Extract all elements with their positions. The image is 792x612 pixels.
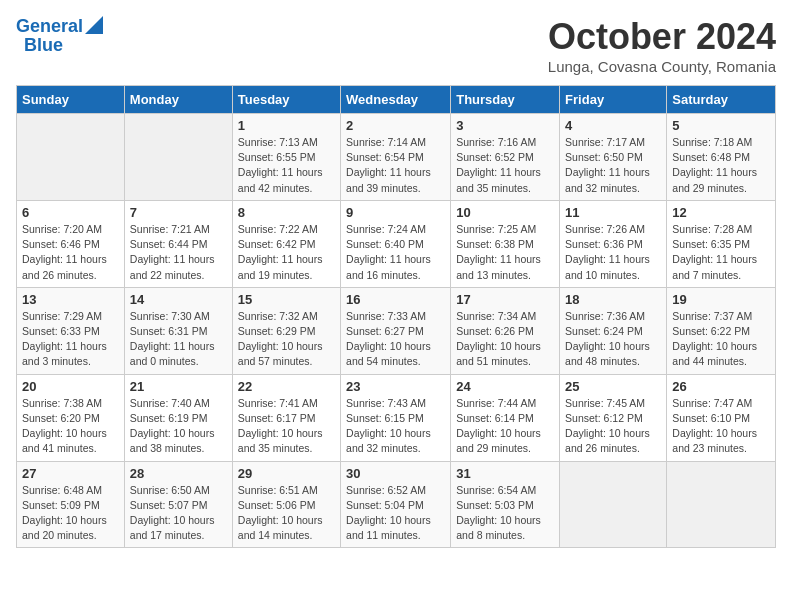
calendar-cell: 8 Sunrise: 7:22 AM Sunset: 6:42 PM Dayli…	[232, 200, 340, 287]
daylight-label: Daylight: 11 hours and 42 minutes.	[238, 166, 323, 193]
sunrise-label: Sunrise: 7:13 AM	[238, 136, 318, 148]
calendar-cell: 21 Sunrise: 7:40 AM Sunset: 6:19 PM Dayl…	[124, 374, 232, 461]
sunrise-label: Sunrise: 7:41 AM	[238, 397, 318, 409]
day-info: Sunrise: 7:41 AM Sunset: 6:17 PM Dayligh…	[238, 396, 335, 457]
day-info: Sunrise: 7:43 AM Sunset: 6:15 PM Dayligh…	[346, 396, 445, 457]
sunrise-label: Sunrise: 6:52 AM	[346, 484, 426, 496]
sunset-label: Sunset: 6:40 PM	[346, 238, 424, 250]
daylight-label: Daylight: 10 hours and 17 minutes.	[130, 514, 215, 541]
day-info: Sunrise: 6:50 AM Sunset: 5:07 PM Dayligh…	[130, 483, 227, 544]
day-info: Sunrise: 7:13 AM Sunset: 6:55 PM Dayligh…	[238, 135, 335, 196]
month-title: October 2024	[548, 16, 776, 58]
sunset-label: Sunset: 6:38 PM	[456, 238, 534, 250]
calendar-cell: 5 Sunrise: 7:18 AM Sunset: 6:48 PM Dayli…	[667, 114, 776, 201]
day-number: 16	[346, 292, 445, 307]
sunset-label: Sunset: 6:19 PM	[130, 412, 208, 424]
day-number: 18	[565, 292, 661, 307]
daylight-label: Daylight: 11 hours and 16 minutes.	[346, 253, 431, 280]
day-info: Sunrise: 7:16 AM Sunset: 6:52 PM Dayligh…	[456, 135, 554, 196]
weekday-header-wednesday: Wednesday	[341, 86, 451, 114]
logo-blue-text: Blue	[24, 35, 63, 56]
sunset-label: Sunset: 6:50 PM	[565, 151, 643, 163]
day-info: Sunrise: 7:21 AM Sunset: 6:44 PM Dayligh…	[130, 222, 227, 283]
day-number: 27	[22, 466, 119, 481]
logo: General Blue	[16, 16, 103, 56]
calendar-cell	[667, 461, 776, 548]
calendar-cell: 30 Sunrise: 6:52 AM Sunset: 5:04 PM Dayl…	[341, 461, 451, 548]
daylight-label: Daylight: 11 hours and 19 minutes.	[238, 253, 323, 280]
daylight-label: Daylight: 10 hours and 41 minutes.	[22, 427, 107, 454]
daylight-label: Daylight: 10 hours and 38 minutes.	[130, 427, 215, 454]
calendar-cell: 12 Sunrise: 7:28 AM Sunset: 6:35 PM Dayl…	[667, 200, 776, 287]
day-number: 3	[456, 118, 554, 133]
daylight-label: Daylight: 10 hours and 51 minutes.	[456, 340, 541, 367]
daylight-label: Daylight: 10 hours and 44 minutes.	[672, 340, 757, 367]
sunset-label: Sunset: 6:54 PM	[346, 151, 424, 163]
day-number: 24	[456, 379, 554, 394]
calendar-cell: 29 Sunrise: 6:51 AM Sunset: 5:06 PM Dayl…	[232, 461, 340, 548]
day-number: 22	[238, 379, 335, 394]
sunrise-label: Sunrise: 7:45 AM	[565, 397, 645, 409]
sunrise-label: Sunrise: 7:14 AM	[346, 136, 426, 148]
day-info: Sunrise: 6:54 AM Sunset: 5:03 PM Dayligh…	[456, 483, 554, 544]
daylight-label: Daylight: 10 hours and 54 minutes.	[346, 340, 431, 367]
day-number: 29	[238, 466, 335, 481]
sunset-label: Sunset: 6:10 PM	[672, 412, 750, 424]
logo-arrow-icon	[85, 16, 103, 34]
daylight-label: Daylight: 11 hours and 10 minutes.	[565, 253, 650, 280]
sunset-label: Sunset: 5:04 PM	[346, 499, 424, 511]
title-section: October 2024 Lunga, Covasna County, Roma…	[548, 16, 776, 75]
logo-text: General	[16, 16, 83, 37]
sunset-label: Sunset: 6:33 PM	[22, 325, 100, 337]
day-info: Sunrise: 7:14 AM Sunset: 6:54 PM Dayligh…	[346, 135, 445, 196]
calendar-cell: 17 Sunrise: 7:34 AM Sunset: 6:26 PM Dayl…	[451, 287, 560, 374]
day-info: Sunrise: 7:34 AM Sunset: 6:26 PM Dayligh…	[456, 309, 554, 370]
calendar-cell: 20 Sunrise: 7:38 AM Sunset: 6:20 PM Dayl…	[17, 374, 125, 461]
day-info: Sunrise: 7:45 AM Sunset: 6:12 PM Dayligh…	[565, 396, 661, 457]
weekday-header-friday: Friday	[560, 86, 667, 114]
weekday-header-saturday: Saturday	[667, 86, 776, 114]
daylight-label: Daylight: 10 hours and 8 minutes.	[456, 514, 541, 541]
sunrise-label: Sunrise: 7:30 AM	[130, 310, 210, 322]
daylight-label: Daylight: 11 hours and 29 minutes.	[672, 166, 757, 193]
sunset-label: Sunset: 6:42 PM	[238, 238, 316, 250]
day-info: Sunrise: 7:17 AM Sunset: 6:50 PM Dayligh…	[565, 135, 661, 196]
day-number: 1	[238, 118, 335, 133]
daylight-label: Daylight: 11 hours and 32 minutes.	[565, 166, 650, 193]
sunset-label: Sunset: 6:44 PM	[130, 238, 208, 250]
calendar-week-row: 6 Sunrise: 7:20 AM Sunset: 6:46 PM Dayli…	[17, 200, 776, 287]
calendar-cell: 7 Sunrise: 7:21 AM Sunset: 6:44 PM Dayli…	[124, 200, 232, 287]
day-number: 2	[346, 118, 445, 133]
sunrise-label: Sunrise: 7:26 AM	[565, 223, 645, 235]
day-info: Sunrise: 6:48 AM Sunset: 5:09 PM Dayligh…	[22, 483, 119, 544]
sunrise-label: Sunrise: 7:37 AM	[672, 310, 752, 322]
day-info: Sunrise: 7:37 AM Sunset: 6:22 PM Dayligh…	[672, 309, 770, 370]
day-number: 15	[238, 292, 335, 307]
day-number: 13	[22, 292, 119, 307]
sunrise-label: Sunrise: 7:32 AM	[238, 310, 318, 322]
sunset-label: Sunset: 6:22 PM	[672, 325, 750, 337]
calendar-cell: 14 Sunrise: 7:30 AM Sunset: 6:31 PM Dayl…	[124, 287, 232, 374]
calendar-cell: 25 Sunrise: 7:45 AM Sunset: 6:12 PM Dayl…	[560, 374, 667, 461]
calendar-cell	[560, 461, 667, 548]
sunset-label: Sunset: 6:12 PM	[565, 412, 643, 424]
day-info: Sunrise: 7:33 AM Sunset: 6:27 PM Dayligh…	[346, 309, 445, 370]
calendar-cell	[124, 114, 232, 201]
sunset-label: Sunset: 5:09 PM	[22, 499, 100, 511]
sunset-label: Sunset: 5:06 PM	[238, 499, 316, 511]
sunrise-label: Sunrise: 7:29 AM	[22, 310, 102, 322]
daylight-label: Daylight: 11 hours and 26 minutes.	[22, 253, 107, 280]
day-number: 25	[565, 379, 661, 394]
day-info: Sunrise: 7:18 AM Sunset: 6:48 PM Dayligh…	[672, 135, 770, 196]
sunrise-label: Sunrise: 7:20 AM	[22, 223, 102, 235]
calendar-week-row: 13 Sunrise: 7:29 AM Sunset: 6:33 PM Dayl…	[17, 287, 776, 374]
day-info: Sunrise: 7:22 AM Sunset: 6:42 PM Dayligh…	[238, 222, 335, 283]
sunset-label: Sunset: 6:48 PM	[672, 151, 750, 163]
day-info: Sunrise: 7:36 AM Sunset: 6:24 PM Dayligh…	[565, 309, 661, 370]
location-subtitle: Lunga, Covasna County, Romania	[548, 58, 776, 75]
calendar-cell: 23 Sunrise: 7:43 AM Sunset: 6:15 PM Dayl…	[341, 374, 451, 461]
daylight-label: Daylight: 11 hours and 13 minutes.	[456, 253, 541, 280]
day-number: 14	[130, 292, 227, 307]
day-number: 23	[346, 379, 445, 394]
day-info: Sunrise: 7:25 AM Sunset: 6:38 PM Dayligh…	[456, 222, 554, 283]
